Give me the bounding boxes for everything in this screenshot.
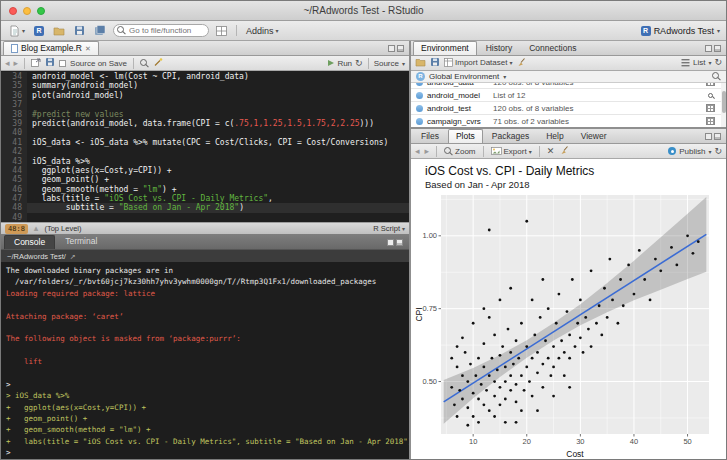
code-line[interactable]: 36plot(android_model) bbox=[1, 91, 409, 100]
console-output[interactable]: The downloaded binary packages are in /v… bbox=[1, 262, 409, 460]
zoom-button[interactable]: Zoom bbox=[444, 147, 475, 156]
tab-plots[interactable]: Plots bbox=[448, 129, 483, 143]
clear-workspace-button[interactable] bbox=[516, 57, 527, 69]
scrollbar-thumb[interactable] bbox=[722, 91, 726, 113]
minimize-pane-icon[interactable] bbox=[388, 45, 395, 52]
save-file-button[interactable] bbox=[45, 57, 55, 69]
refresh-icon[interactable]: ↻ bbox=[714, 147, 722, 156]
run-button[interactable]: Run bbox=[337, 59, 352, 68]
load-workspace-button[interactable] bbox=[415, 57, 426, 69]
publish-button[interactable]: Publish bbox=[679, 147, 705, 156]
maximize-pane-icon[interactable] bbox=[396, 239, 403, 246]
env-object-row[interactable]: android_test120 obs. of 8 variables bbox=[411, 102, 726, 115]
environment-object-list[interactable]: android_data120 obs. of 8 variablesandro… bbox=[411, 83, 726, 127]
open-dir-icon[interactable]: ↗ bbox=[70, 253, 76, 260]
save-all-button[interactable] bbox=[92, 24, 108, 37]
close-tab-icon[interactable]: ✕ bbox=[85, 42, 91, 55]
tab-connections[interactable]: Connections bbox=[521, 41, 584, 55]
object-name: android_test bbox=[427, 104, 489, 113]
tab-viewer[interactable]: Viewer bbox=[573, 129, 615, 143]
file-type-label[interactable]: R Script bbox=[373, 224, 400, 233]
search-objects-icon[interactable] bbox=[712, 72, 721, 81]
code-line[interactable]: 45 geom_point() + bbox=[1, 175, 409, 184]
code-line[interactable]: 39predict(android_model, data.frame(CPI … bbox=[1, 119, 409, 128]
maximize-pane-icon[interactable] bbox=[397, 45, 404, 52]
panes-layout-button[interactable] bbox=[214, 25, 229, 37]
code-line[interactable]: 49 bbox=[1, 213, 409, 222]
line-number: 45 bbox=[1, 175, 27, 184]
code-line[interactable]: 37 bbox=[1, 100, 409, 109]
minimize-pane-icon[interactable] bbox=[705, 133, 712, 140]
code-line[interactable]: 43iOS_data %>% bbox=[1, 157, 409, 166]
export-button[interactable]: Export ▾ bbox=[491, 146, 532, 156]
clear-all-plots-button[interactable] bbox=[559, 145, 570, 157]
code-line[interactable]: 34android_model <- lm(Cost ~ CPI, androi… bbox=[1, 72, 409, 81]
code-tools-button[interactable] bbox=[153, 57, 163, 69]
minimize-pane-icon[interactable] bbox=[387, 239, 394, 246]
code-editor[interactable]: 34android_model <- lm(Cost ~ CPI, androi… bbox=[1, 71, 409, 222]
remove-plot-icon[interactable]: ✕ bbox=[547, 147, 555, 156]
code-line[interactable]: 35summary(android_model) bbox=[1, 81, 409, 90]
cursor-position[interactable]: 48:8 bbox=[5, 224, 28, 234]
open-file-button[interactable] bbox=[51, 24, 67, 37]
maximize-pane-icon[interactable] bbox=[714, 45, 721, 52]
source-button[interactable]: Source bbox=[374, 59, 399, 68]
new-project-button[interactable]: R bbox=[32, 25, 46, 37]
env-object-row[interactable]: android_modelList of 12 bbox=[411, 89, 726, 102]
line-number: 42 bbox=[1, 147, 27, 156]
open-in-new-window-button[interactable] bbox=[31, 58, 41, 69]
addins-menu[interactable]: Addins ▾ bbox=[244, 25, 281, 37]
code-line[interactable]: 48 subtitle = "Based on Jan - Apr 2018") bbox=[1, 203, 409, 212]
save-button[interactable] bbox=[72, 24, 87, 37]
maximize-pane-icon[interactable] bbox=[714, 133, 721, 140]
view-table-icon[interactable] bbox=[706, 117, 715, 125]
view-table-icon[interactable] bbox=[706, 83, 715, 86]
zoom-window-button[interactable] bbox=[37, 7, 45, 15]
list-view-selector[interactable]: List bbox=[693, 58, 705, 67]
import-dataset-button[interactable]: Import Dataset ▾ bbox=[444, 58, 512, 67]
next-plot-icon[interactable]: ▸ bbox=[425, 147, 430, 156]
scrollbar[interactable] bbox=[721, 83, 726, 127]
minimize-window-button[interactable] bbox=[23, 7, 31, 15]
editor-tab-blog-example[interactable]: Blog Example.R ✕ bbox=[3, 41, 99, 55]
scope-selector[interactable]: Global Environment bbox=[429, 72, 499, 81]
tab-console[interactable]: Console bbox=[4, 235, 55, 249]
list-view-icon bbox=[681, 58, 690, 67]
source-on-save-checkbox[interactable] bbox=[59, 60, 66, 67]
toolbar-separator bbox=[24, 58, 25, 69]
tab-terminal[interactable]: Terminal bbox=[56, 235, 106, 249]
forward-icon[interactable]: ▸ bbox=[14, 59, 19, 68]
code-line[interactable]: 42 bbox=[1, 147, 409, 156]
code-line[interactable]: 44 ggplot(aes(x=Cost,y=CPI)) + bbox=[1, 166, 409, 175]
code-line[interactable]: 41iOS_data <- iOS_data %>% mutate(CPC = … bbox=[1, 138, 409, 147]
refresh-icon[interactable]: ↻ bbox=[714, 58, 722, 67]
goto-file-input[interactable] bbox=[113, 24, 209, 37]
scope-label[interactable]: (Top Level) bbox=[44, 224, 81, 233]
inspect-object-icon[interactable] bbox=[708, 93, 713, 98]
view-table-icon[interactable] bbox=[706, 104, 715, 112]
previous-plot-icon[interactable]: ◂ bbox=[415, 147, 420, 156]
rerun-icon[interactable]: ↻ bbox=[355, 59, 363, 68]
code-line[interactable]: 46 geom_smooth(method = "lm") + bbox=[1, 185, 409, 194]
minimize-pane-icon[interactable] bbox=[705, 45, 712, 52]
tab-help[interactable]: Help bbox=[538, 129, 571, 143]
close-window-button[interactable] bbox=[9, 7, 17, 15]
toolbar-separator bbox=[368, 58, 369, 69]
code-line[interactable]: 40 bbox=[1, 128, 409, 137]
project-selector[interactable]: R RAdwords Test ▾ bbox=[641, 26, 720, 36]
code-line[interactable]: 38#predict new values bbox=[1, 110, 409, 119]
tab-files[interactable]: Files bbox=[413, 129, 447, 143]
goto-file-search[interactable] bbox=[113, 24, 209, 37]
popout-icon bbox=[31, 58, 41, 67]
editor-toolbar: ◂ ▸ Source on Save bbox=[1, 56, 409, 71]
tab-environment[interactable]: Environment bbox=[413, 41, 477, 55]
back-icon[interactable]: ◂ bbox=[5, 59, 10, 68]
save-workspace-button[interactable] bbox=[430, 57, 440, 69]
console-line: > iOS_data %>% bbox=[6, 390, 404, 401]
env-object-row[interactable]: campaign_cvrs71 obs. of 2 variables bbox=[411, 115, 726, 127]
code-line[interactable]: 47 labs(title = "iOS Cost vs. CPI - Dail… bbox=[1, 194, 409, 203]
find-replace-icon[interactable] bbox=[140, 59, 149, 68]
tab-packages[interactable]: Packages bbox=[484, 129, 537, 143]
new-file-button[interactable]: ▾ bbox=[7, 24, 27, 38]
tab-history[interactable]: History bbox=[478, 41, 520, 55]
